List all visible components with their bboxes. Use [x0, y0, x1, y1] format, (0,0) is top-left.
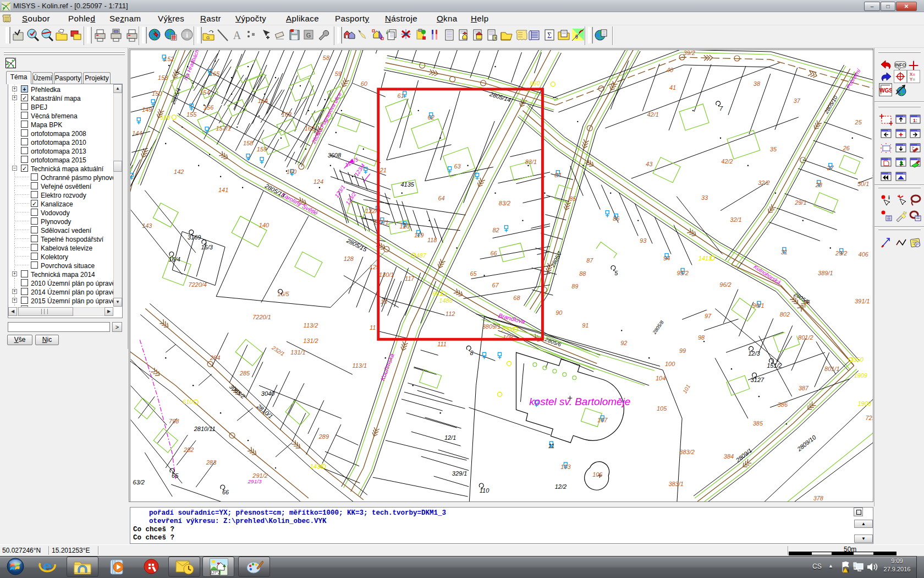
svg-text:85: 85 [569, 195, 576, 202]
svg-text:120: 120 [400, 223, 410, 230]
svg-text:163: 163 [282, 111, 292, 118]
svg-text:63/2: 63/2 [133, 479, 145, 486]
svg-text:285: 285 [239, 370, 250, 377]
svg-text:159: 159 [257, 146, 267, 152]
svg-text:16/5: 16/5 [277, 291, 289, 297]
svg-text:721: 721 [866, 415, 873, 421]
svg-text:Y=: Y= [910, 77, 916, 82]
svg-text:100: 100 [665, 361, 675, 367]
svg-text:3608: 3608 [328, 152, 342, 159]
svg-text:798: 798 [169, 418, 179, 424]
svg-text:283: 283 [206, 459, 216, 466]
svg-text:107: 107 [597, 417, 608, 423]
svg-text:2000: 2000 [501, 326, 515, 332]
svg-text:610: 610 [183, 399, 193, 405]
svg-text:329/1: 329/1 [452, 470, 467, 477]
svg-text:2805/2 Fügnerova ulice: 2805/2 Fügnerova ulice [310, 91, 343, 145]
svg-text:i: i [888, 194, 890, 200]
svg-text:87: 87 [586, 257, 593, 264]
svg-text:8: 8 [470, 350, 474, 356]
svg-text:1487: 1487 [413, 252, 426, 259]
svg-text:152: 152 [164, 56, 174, 62]
svg-text:142: 142 [174, 168, 184, 175]
svg-text:162: 162 [305, 125, 315, 132]
svg-text:106: 106 [592, 471, 603, 478]
svg-text:63: 63 [454, 163, 460, 170]
svg-text:2809/1: 2809/1 [734, 447, 754, 464]
svg-text:149: 149 [142, 106, 152, 113]
svg-text:2805/15: 2805/15 [345, 237, 368, 253]
svg-text:27: 27 [827, 165, 834, 171]
svg-text:154: 154 [200, 89, 210, 96]
svg-text:3809/1: 3809/1 [482, 323, 501, 330]
svg-text:144: 144 [132, 130, 142, 137]
svg-text:3127: 3127 [751, 377, 765, 383]
svg-text:92: 92 [620, 340, 627, 346]
svg-text:3040: 3040 [261, 390, 275, 397]
svg-text:1430: 1430 [310, 463, 324, 470]
svg-text:42/1: 42/1 [647, 111, 658, 118]
svg-text:2809/10: 2809/10 [795, 433, 817, 452]
svg-text:Pobřežní: Pobřežní [845, 67, 862, 90]
svg-text:131/1: 131/1 [290, 349, 305, 356]
svg-text:A: A [233, 29, 241, 41]
svg-text:kostel sv. Bartoloměje: kostel sv. Bartoloměje [529, 396, 630, 407]
svg-text:15: 15 [381, 298, 388, 305]
svg-text:141: 141 [218, 187, 228, 193]
svg-text:38: 38 [754, 80, 761, 87]
svg-text:12/3: 12/3 [748, 350, 760, 357]
svg-text:3065/2: 3065/2 [228, 383, 246, 400]
svg-text:110: 110 [480, 487, 490, 494]
svg-text:1413: 1413 [698, 255, 712, 261]
svg-text:86: 86 [613, 215, 620, 222]
svg-text:7220/1: 7220/1 [252, 314, 271, 320]
svg-text:118: 118 [427, 237, 437, 243]
svg-text:113/2: 113/2 [304, 322, 318, 329]
svg-text:391/1: 391/1 [855, 298, 870, 304]
svg-text:40: 40 [667, 67, 674, 73]
svg-text:16/4: 16/4 [169, 256, 180, 263]
svg-text:2805/4: 2805/4 [170, 87, 182, 106]
svg-text:i: i [186, 31, 188, 39]
svg-text:2805/13: 2805/13 [263, 182, 286, 199]
svg-text:83/1: 83/1 [525, 159, 537, 165]
svg-text:Karolíny Světlé: Karolíny Světlé [280, 191, 319, 216]
svg-text:62: 62 [428, 114, 435, 121]
svg-text:124: 124 [314, 178, 323, 185]
svg-text:123/1: 123/1 [333, 184, 346, 199]
svg-text:98: 98 [698, 334, 705, 341]
svg-text:e: e [43, 558, 52, 575]
svg-text:157/1: 157/1 [216, 125, 230, 132]
svg-text:99: 99 [679, 347, 686, 354]
svg-text:G: G [206, 35, 210, 40]
svg-text:67: 67 [492, 282, 499, 288]
svg-text:2805/14: 2805/14 [488, 90, 512, 103]
svg-text:G: G [306, 32, 311, 39]
svg-text:122/1: 122/1 [373, 219, 388, 226]
svg-text:2810/1: 2810/1 [255, 402, 274, 419]
svg-text:389/1: 389/1 [818, 270, 833, 276]
svg-text:378: 378 [813, 495, 824, 501]
svg-text:131/2: 131/2 [303, 337, 318, 344]
svg-text:89: 89 [571, 283, 578, 290]
svg-text:83/2: 83/2 [499, 200, 510, 206]
svg-text:150: 150 [152, 90, 162, 97]
svg-text:153: 153 [158, 74, 168, 81]
svg-text:386: 386 [778, 401, 788, 408]
svg-text:Σ: Σ [547, 31, 552, 40]
svg-text:43: 43 [646, 161, 652, 167]
svg-text:96/1: 96/1 [752, 302, 764, 309]
svg-text:2805/8: 2805/8 [651, 320, 665, 336]
svg-text:165: 165 [210, 70, 220, 77]
svg-text:105: 105 [657, 405, 667, 412]
svg-text:21: 21 [380, 167, 387, 173]
svg-text:64: 64 [438, 195, 445, 201]
svg-text:101: 101 [681, 384, 691, 395]
svg-text:383/2: 383/2 [679, 449, 694, 455]
svg-text:12/1: 12/1 [444, 434, 456, 441]
svg-text:93: 93 [640, 237, 646, 244]
svg-text:158: 158 [243, 140, 254, 146]
svg-text:4135: 4135 [401, 181, 415, 188]
svg-text:151/2: 151/2 [767, 362, 782, 369]
svg-text:11: 11 [548, 443, 554, 449]
